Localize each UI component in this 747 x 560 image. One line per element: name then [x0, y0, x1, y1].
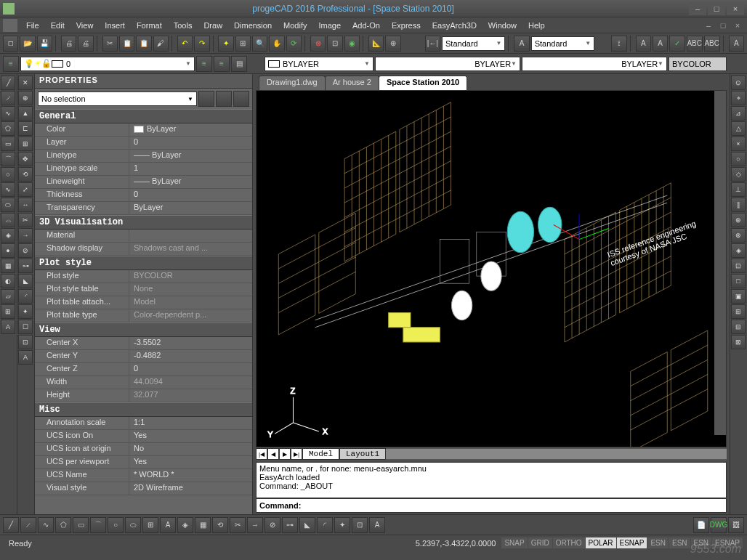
command-history[interactable]: Menu name, or . for none: menu-easyarch.…: [256, 462, 727, 498]
snap-i-icon[interactable]: ∥: [731, 198, 746, 212]
snap-o-icon[interactable]: ▣: [731, 289, 746, 304]
tab-spacestation[interactable]: Space Station 2010: [379, 76, 467, 90]
line-icon[interactable]: ╱: [1, 76, 15, 90]
offset-icon[interactable]: ⊏: [18, 121, 33, 136]
layer-prev-button[interactable]: ≡: [196, 56, 212, 72]
block-icon[interactable]: ◈: [1, 228, 15, 243]
menu-express[interactable]: Express: [386, 20, 427, 31]
pickadd-button[interactable]: [216, 91, 232, 107]
region-icon[interactable]: ▱: [1, 289, 15, 304]
rotate-icon[interactable]: ⟲: [18, 167, 33, 182]
tool-e-button[interactable]: ◉: [344, 36, 360, 52]
last-button[interactable]: ▶|: [291, 448, 302, 460]
snap-c-icon[interactable]: ⊿: [731, 106, 746, 121]
prop-row[interactable]: Width44.0094: [35, 376, 252, 389]
prop-row[interactable]: Center Y-0.4882: [35, 350, 252, 363]
prop-value[interactable]: 1: [129, 163, 252, 175]
btool-pdf[interactable]: 📄: [693, 517, 709, 533]
btool-img[interactable]: 🖼: [728, 517, 744, 533]
dim-b-button[interactable]: A: [636, 36, 651, 52]
scale-icon[interactable]: ⤢: [18, 182, 33, 197]
dim-g-button[interactable]: A: [729, 36, 744, 52]
ellipsearc-icon[interactable]: ⌓: [1, 213, 15, 227]
layer-state-button[interactable]: ≡: [214, 56, 230, 72]
stretch-icon[interactable]: ↔: [18, 198, 33, 212]
close-button[interactable]: ×: [727, 2, 744, 15]
print-button[interactable]: 🖨: [61, 36, 76, 52]
prop-value[interactable]: ByLayer: [129, 202, 252, 214]
btool-22[interactable]: A: [369, 517, 385, 533]
status-toggle-snap[interactable]: SNAP: [501, 537, 527, 548]
first-button[interactable]: |◀: [256, 448, 267, 460]
print-preview-button[interactable]: 🖨: [78, 36, 93, 52]
redo-button[interactable]: ↷: [194, 36, 209, 52]
move-icon[interactable]: ✥: [18, 152, 33, 166]
tool-b-button[interactable]: ⊞: [235, 36, 251, 52]
snap-a-icon[interactable]: ⊙: [731, 76, 746, 90]
prop-value[interactable]: Yes: [129, 456, 252, 468]
btool-21[interactable]: ⊡: [352, 517, 368, 533]
prop-value[interactable]: No: [129, 443, 252, 455]
point-icon[interactable]: ●: [1, 243, 15, 258]
ellipse-icon[interactable]: ⬭: [1, 198, 15, 212]
match-button[interactable]: 🖌: [153, 36, 169, 52]
prop-value[interactable]: Model: [129, 296, 252, 309]
btool-10[interactable]: A: [160, 517, 176, 533]
status-toggle-esnap[interactable]: ESNAP: [617, 537, 647, 548]
dim-style-button[interactable]: |←|: [425, 36, 440, 52]
prop-row[interactable]: Layer0: [35, 137, 252, 150]
snap-q-icon[interactable]: ⊟: [731, 320, 746, 334]
selection-combo[interactable]: No selection▼: [38, 92, 197, 106]
doc-close-button[interactable]: ×: [731, 20, 744, 31]
snap-g-icon[interactable]: ◇: [731, 167, 746, 182]
tool-f-button[interactable]: 📐: [368, 36, 384, 52]
fillet-icon[interactable]: ◜: [18, 289, 33, 304]
btool-20[interactable]: ✦: [334, 517, 350, 533]
props-section-general[interactable]: General: [35, 109, 252, 123]
mod-b-icon[interactable]: ⊡: [18, 335, 33, 349]
maximize-button[interactable]: □: [708, 2, 725, 15]
mod-a-icon[interactable]: ☐: [18, 320, 33, 334]
command-input[interactable]: Command:: [256, 498, 727, 513]
menu-edit[interactable]: Edit: [45, 20, 70, 31]
prop-row[interactable]: Plot styleBYCOLOR: [35, 270, 252, 283]
explode-icon[interactable]: ✦: [18, 304, 33, 319]
erase-icon[interactable]: ✕: [18, 76, 33, 90]
status-toggle-esn[interactable]: ESN: [691, 537, 712, 548]
tool-g-button[interactable]: ⊕: [385, 36, 400, 52]
prop-value[interactable]: 44.0094: [129, 376, 252, 389]
prop-row[interactable]: Center X-3.5502: [35, 337, 252, 350]
save-button[interactable]: 💾: [37, 36, 52, 52]
prop-row[interactable]: Visual style2D Wireframe: [35, 482, 252, 495]
menu-easyarch3d[interactable]: EasyArch3D: [427, 20, 482, 31]
btool-14[interactable]: ✂: [230, 517, 246, 533]
prop-row[interactable]: UCS icon OnYes: [35, 430, 252, 443]
rectangle-icon[interactable]: ▭: [1, 137, 15, 151]
arc-icon[interactable]: ⌒: [1, 152, 15, 166]
btool-2[interactable]: ⟋: [20, 517, 36, 533]
linetype-combo[interactable]: BYLAYER ▼: [375, 57, 520, 71]
menu-addon[interactable]: Add-On: [347, 20, 386, 31]
prop-value[interactable]: [129, 230, 252, 242]
minimize-button[interactable]: –: [689, 2, 706, 15]
dim-e-button[interactable]: ABC: [687, 36, 703, 52]
horizontal-scrollbar[interactable]: [386, 449, 727, 459]
circle-icon[interactable]: ○: [1, 167, 15, 182]
break-icon[interactable]: ⊘: [18, 243, 33, 258]
snap-n-icon[interactable]: □: [731, 274, 746, 288]
snap-p-icon[interactable]: ⊞: [731, 304, 746, 319]
polygon-icon[interactable]: ⬠: [1, 121, 15, 136]
menu-icon[interactable]: [3, 19, 17, 32]
status-toggle-esn[interactable]: ESN: [669, 537, 690, 548]
regen-button[interactable]: ⟳: [286, 36, 302, 52]
doc-restore-button[interactable]: □: [716, 20, 730, 31]
btool-9[interactable]: ⊞: [142, 517, 158, 533]
prop-value[interactable]: —— ByLayer: [129, 176, 252, 188]
menu-insert[interactable]: Insert: [99, 20, 131, 31]
dim-f-button[interactable]: ABC: [704, 36, 720, 52]
prop-row[interactable]: Shadow displayShadows cast and ...: [35, 243, 252, 256]
layout-tab-layout1[interactable]: Layout1: [339, 448, 386, 460]
spline-icon[interactable]: ∿: [1, 182, 15, 197]
color-combo[interactable]: BYLAYER ▼: [265, 57, 374, 71]
prop-value[interactable]: 0: [129, 137, 252, 149]
